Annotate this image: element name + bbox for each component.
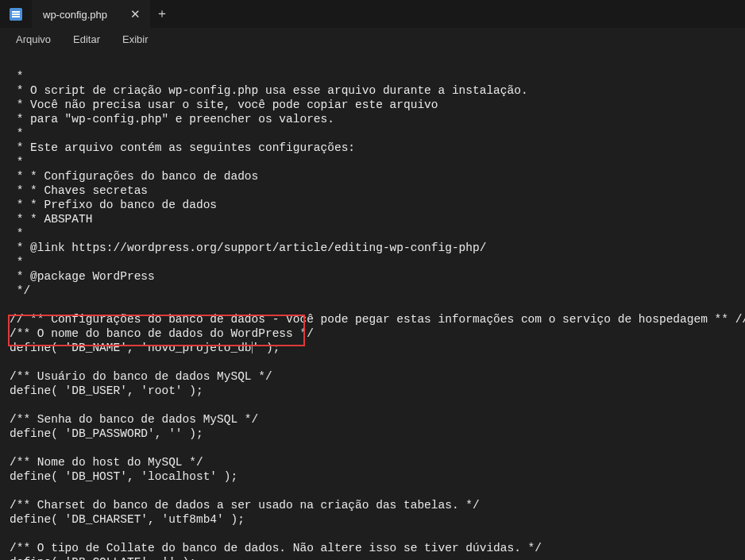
code-line: define( 'DB_COLLATE', '' ); bbox=[10, 556, 196, 560]
code-line: * bbox=[10, 227, 23, 240]
menu-arquivo[interactable]: Arquivo bbox=[6, 30, 60, 48]
tab-filename: wp-config.php bbox=[43, 9, 107, 21]
code-line: * Você não precisa usar o site, você pod… bbox=[10, 98, 438, 111]
code-line: * O script de criação wp-config.php usa … bbox=[10, 84, 528, 97]
code-line: /** Nome do host do MySQL */ bbox=[10, 456, 203, 469]
code-line: // ** Configurações do banco de dados - … bbox=[10, 313, 745, 326]
code-line: * * Chaves secretas bbox=[10, 184, 148, 197]
menu-bar: Arquivo Editar Exibir bbox=[0, 28, 745, 52]
code-line: * Este arquivo contém as seguintes confi… bbox=[10, 141, 355, 154]
code-line: */ bbox=[10, 284, 30, 297]
code-line: define( 'DB_USER', 'root' ); bbox=[10, 384, 203, 397]
code-line: /** Charset do banco de dados a ser usad… bbox=[10, 499, 480, 512]
menu-exibir[interactable]: Exibir bbox=[113, 30, 158, 48]
code-line: * @link https://wordpress.org/support/ar… bbox=[10, 241, 486, 254]
code-line: define( 'DB_CHARSET', 'utf8mb4' ); bbox=[10, 513, 245, 526]
code-line: /** Usuário do banco de dados MySQL */ bbox=[10, 370, 272, 383]
notepad-icon bbox=[10, 8, 22, 21]
app-icon bbox=[0, 8, 32, 21]
new-tab-button[interactable]: ＋ bbox=[150, 6, 174, 22]
code-line: * bbox=[10, 156, 23, 168]
code-line: * bbox=[10, 127, 23, 140]
code-line: * * ABSPATH bbox=[10, 213, 92, 226]
code-line: * * Configurações do banco de dados bbox=[10, 170, 258, 183]
title-bar: wp-config.php ✕ ＋ bbox=[0, 0, 745, 28]
code-line: define( 'DB_PASSWORD', '' ); bbox=[10, 427, 203, 440]
close-icon[interactable]: ✕ bbox=[129, 8, 142, 21]
code-line: /** O tipo de Collate do banco de dados.… bbox=[10, 542, 542, 554]
code-line: define( 'DB_NAME', 'novo_projeto_db' ); bbox=[10, 342, 280, 354]
file-tab[interactable]: wp-config.php ✕ bbox=[32, 0, 150, 28]
code-editor[interactable]: * * O script de criação wp-config.php us… bbox=[0, 52, 745, 560]
code-line: define( 'DB_HOST', 'localhost' ); bbox=[10, 470, 237, 483]
code-line: * para "wp-config.php" e preencher os va… bbox=[10, 113, 334, 126]
menu-editar[interactable]: Editar bbox=[64, 30, 110, 48]
code-line: * * Prefixo do banco de dados bbox=[10, 199, 217, 211]
code-line: /** Senha do banco de dados MySQL */ bbox=[10, 413, 258, 426]
code-line: * bbox=[10, 256, 23, 268]
code-line: /** O nome do banco de dados do WordPres… bbox=[10, 327, 314, 340]
code-line: * @package WordPress bbox=[10, 270, 155, 283]
code-line: * bbox=[10, 70, 23, 83]
